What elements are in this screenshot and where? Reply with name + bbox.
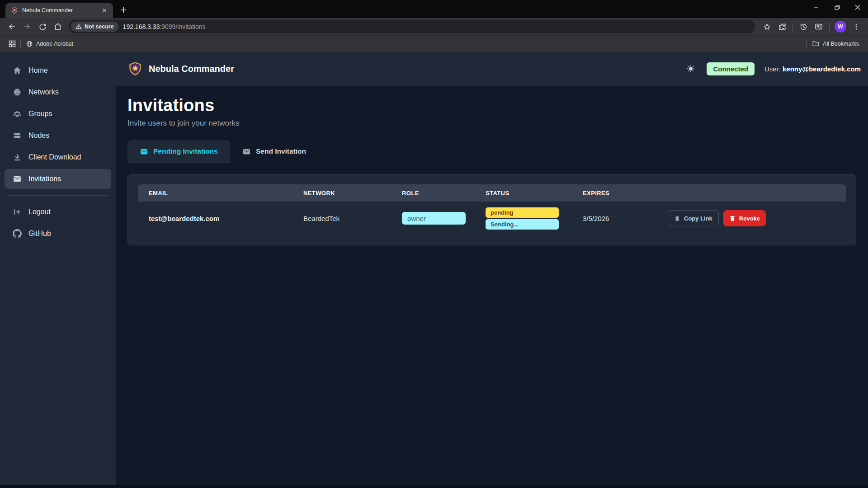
globe-favicon-icon xyxy=(26,40,33,47)
profile-avatar[interactable]: W xyxy=(835,21,846,33)
tab-strip: Nebula Commander xyxy=(0,0,868,18)
view-tabs: Pending Invitations Send Invitation xyxy=(127,140,856,163)
copy-link-button[interactable]: Copy Link xyxy=(668,210,719,226)
page-subtitle: Invite users to join your networks xyxy=(127,119,856,128)
user-label: User: xyxy=(764,65,781,73)
cell-email: test@beardedtek.com xyxy=(149,215,303,222)
mail-icon xyxy=(242,147,251,156)
home-nav-icon[interactable] xyxy=(51,19,65,34)
trash-icon xyxy=(729,215,736,221)
column-header-email: EMAIL xyxy=(149,190,303,197)
status-sending-badge: Sending... xyxy=(486,219,559,230)
url-host: 192.168.3.33 xyxy=(123,23,160,30)
tab-pending-invitations[interactable]: Pending Invitations xyxy=(127,140,230,163)
address-bar[interactable]: Not secure 192.168.3.33:9099/invitations xyxy=(69,20,755,33)
shield-logo-icon xyxy=(127,61,143,76)
column-header-network: NETWORK xyxy=(303,190,402,197)
browser-tab[interactable]: Nebula Commander xyxy=(5,3,113,18)
sidebar-item-logout[interactable]: Logout xyxy=(5,202,111,222)
main-content: Invitations Invite users to join your ne… xyxy=(116,86,868,488)
column-header-expires: EXPIRES xyxy=(583,190,668,197)
close-window-button[interactable] xyxy=(847,0,868,14)
brand: Nebula Commander xyxy=(127,61,234,76)
bookmarks-separator xyxy=(20,40,21,48)
revoke-button[interactable]: Revoke xyxy=(723,210,766,226)
not-secure-chip[interactable]: Not secure xyxy=(71,22,118,32)
mail-icon xyxy=(140,147,148,156)
bookmark-star-icon[interactable] xyxy=(760,19,774,34)
favicon-shield-icon xyxy=(11,7,18,14)
bookmarks-bar: Adobe Acrobat All Bookmarks xyxy=(0,35,868,52)
globe-icon xyxy=(13,88,22,97)
window-bottom-edge xyxy=(0,485,868,488)
tab-close-icon[interactable] xyxy=(100,6,108,14)
sidebar-item-label: GitHub xyxy=(28,230,51,238)
back-icon[interactable] xyxy=(5,19,19,34)
sidebar-item-nodes[interactable]: Nodes xyxy=(5,126,111,145)
tab-title: Nebula Commander xyxy=(22,7,96,14)
home-icon xyxy=(13,66,22,75)
cell-expires: 3/5/2026 xyxy=(583,215,668,222)
cell-actions: Copy Link Revoke xyxy=(668,210,846,226)
url-path: :9099/invitations xyxy=(160,23,205,30)
bookmarks-separator xyxy=(807,40,807,48)
toolbar-separator xyxy=(793,23,793,31)
sidebar-item-groups[interactable]: Groups xyxy=(5,104,111,124)
connection-status-badge: Connected xyxy=(707,62,755,75)
sidebar-item-label: Nodes xyxy=(28,131,49,140)
server-icon xyxy=(13,131,22,140)
reload-icon[interactable] xyxy=(35,19,50,34)
toolbar-separator xyxy=(829,23,830,31)
apps-grid-icon[interactable] xyxy=(6,38,18,50)
sidebar-item-label: Logout xyxy=(28,208,51,216)
minimize-button[interactable] xyxy=(806,0,826,14)
new-tab-button[interactable] xyxy=(117,3,130,17)
status-pending-badge: pending xyxy=(486,207,559,218)
sidebar-item-home[interactable]: Home xyxy=(5,61,111,80)
app-title: Nebula Commander xyxy=(149,64,234,74)
folder-icon xyxy=(812,40,820,47)
users-icon xyxy=(13,109,22,118)
warning-icon xyxy=(75,23,82,30)
sidebar-item-label: Groups xyxy=(28,110,52,118)
all-bookmarks-label: All Bookmarks xyxy=(823,41,859,47)
column-header-status: STATUS xyxy=(486,190,583,197)
download-icon xyxy=(13,153,22,162)
github-icon xyxy=(13,229,22,238)
bookmark-adobe-acrobat[interactable]: Adobe Acrobat xyxy=(23,40,76,47)
kebab-menu-icon[interactable] xyxy=(849,19,863,34)
all-bookmarks-button[interactable]: All Bookmarks xyxy=(809,40,862,47)
bookmark-label: Adobe Acrobat xyxy=(36,41,73,47)
cell-role: owner xyxy=(402,212,486,225)
url-text: 192.168.3.33:9099/invitations xyxy=(123,23,206,30)
sidebar-item-client-download[interactable]: Client Download xyxy=(5,147,111,167)
tab-label: Send Invitation xyxy=(256,147,306,155)
not-secure-label: Not secure xyxy=(85,23,114,30)
history-icon[interactable] xyxy=(796,19,811,34)
sidebar-item-github[interactable]: GitHub xyxy=(5,224,111,244)
extensions-icon[interactable] xyxy=(775,19,789,34)
sidebar-item-networks[interactable]: Networks xyxy=(5,82,111,102)
invitations-table-card: EMAIL NETWORK ROLE STATUS EXPIRES test@b… xyxy=(127,174,856,245)
side-panel-search-icon[interactable] xyxy=(811,19,826,34)
theme-toggle-sun-icon[interactable] xyxy=(685,63,697,75)
window-controls xyxy=(806,0,868,14)
column-header-role: ROLE xyxy=(402,190,486,197)
user-email: kenny@beardedtek.com xyxy=(783,65,861,73)
cell-network: BeardedTek xyxy=(303,215,402,222)
sidebar: Home Networks Groups xyxy=(0,52,116,488)
restore-button[interactable] xyxy=(826,0,847,14)
browser-toolbar: Not secure 192.168.3.33:9099/invitations xyxy=(0,18,868,35)
tab-send-invitation[interactable]: Send Invitation xyxy=(230,140,318,163)
page-title: Invitations xyxy=(127,96,856,115)
sidebar-item-label: Networks xyxy=(28,88,59,96)
copy-link-label: Copy Link xyxy=(684,215,712,222)
sidebar-item-label: Home xyxy=(28,66,48,75)
sidebar-item-invitations[interactable]: Invitations xyxy=(5,169,111,189)
logout-icon xyxy=(13,207,22,216)
sidebar-item-label: Invitations xyxy=(28,175,61,183)
forward-icon[interactable] xyxy=(20,19,34,34)
app-header: Nebula Commander Connected User: kenny@b… xyxy=(116,52,868,86)
tab-label: Pending Invitations xyxy=(153,147,218,155)
sidebar-divider xyxy=(7,195,108,196)
